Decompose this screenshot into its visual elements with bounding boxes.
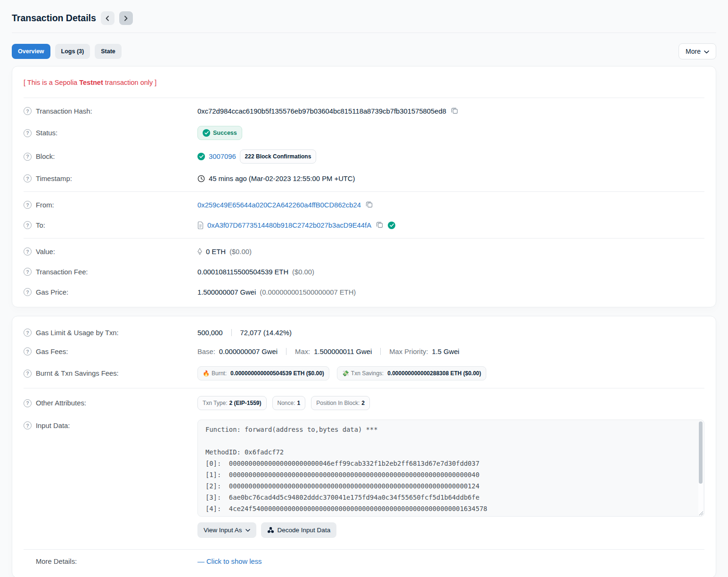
tabs-row: Overview Logs (3) State More — [12, 43, 716, 59]
input-data-container: Function: forward(address to,bytes data)… — [197, 420, 704, 517]
divider — [380, 348, 381, 355]
from-row: From: 0x259c49E65644a020C2A642260a4ffB0C… — [24, 195, 704, 215]
burnt-savings-label: Burnt & Txn Savings Fees: — [36, 370, 119, 377]
help-icon[interactable] — [24, 107, 32, 115]
max-fee-value: 1.500000011 Gwei — [314, 348, 372, 355]
status-badge-label: Success — [213, 130, 237, 136]
testnet-notice: [ This is a Sepolia Testnet transaction … — [24, 71, 704, 95]
max-fee-label: Max: — [295, 348, 310, 355]
transaction-hash-value: 0xc72d984ccac6190b5f135576eb97b03604bc81… — [197, 107, 446, 115]
chevron-right-icon — [123, 16, 128, 21]
base-fee-label: Base: — [197, 348, 215, 355]
circle-nodes-icon — [267, 527, 274, 534]
transaction-fee-label: Transaction Fee: — [36, 268, 88, 276]
transaction-fee-usd: ($0.00) — [292, 268, 314, 276]
burnt-savings-row: Burnt & Txn Savings Fees: 🔥 Burnt: 0.000… — [24, 362, 704, 385]
divider — [24, 191, 704, 192]
value-row: Value: 0 ETH ($0.00) — [24, 241, 704, 262]
timestamp-value: 45 mins ago (Mar-02-2023 12:55:00 PM +UT… — [209, 175, 355, 182]
value-label: Value: — [36, 248, 55, 256]
verified-contract-check-icon — [388, 222, 395, 229]
gas-price-label: Gas Price: — [36, 288, 68, 296]
eth-diamond-icon — [197, 248, 202, 256]
divider — [24, 238, 704, 239]
decode-input-data-label: Decode Input Data — [278, 527, 331, 534]
help-icon[interactable] — [24, 268, 32, 276]
next-transaction-button[interactable] — [119, 11, 133, 25]
help-icon[interactable] — [24, 288, 32, 296]
value-usd: ($0.00) — [229, 248, 252, 256]
more-details-label: More Details: — [36, 558, 77, 565]
txn-savings-label: Txn Savings: — [351, 370, 384, 377]
burnt-value: 0.000000000000504539 ETH ($0.00) — [230, 370, 324, 377]
help-icon[interactable] — [24, 247, 32, 256]
tab-overview[interactable]: Overview — [12, 44, 50, 59]
gas-limit-label: Gas Limit & Usage by Txn: — [36, 329, 119, 337]
help-icon[interactable] — [24, 129, 32, 137]
page-header: Transaction Details — [12, 7, 716, 33]
input-data-line: Function: forward(address to,bytes data)… — [205, 424, 692, 435]
more-button[interactable]: More — [679, 43, 716, 59]
help-icon[interactable] — [24, 421, 32, 429]
block-number-link[interactable]: 3007096 — [209, 153, 236, 160]
help-icon[interactable] — [24, 370, 32, 378]
nonce-value: 1 — [297, 400, 301, 406]
txn-savings-badge: 💸 Txn Savings: 0.000000000000288308 ETH … — [337, 366, 486, 380]
previous-transaction-button[interactable] — [101, 11, 115, 25]
tab-logs[interactable]: Logs (3) — [55, 44, 90, 59]
other-attributes-label: Other Attributes: — [36, 399, 86, 407]
position-in-block-badge: Position In Block:2 — [311, 396, 370, 410]
tab-state[interactable]: State — [95, 44, 122, 59]
copy-to-address-button[interactable] — [375, 221, 384, 230]
decode-input-data-button[interactable]: Decode Input Data — [261, 522, 337, 538]
block-label: Block: — [36, 153, 55, 160]
show-less-link[interactable]: — Click to show less — [197, 558, 262, 565]
input-data-textarea[interactable]: Function: forward(address to,bytes data)… — [197, 420, 704, 517]
help-icon[interactable] — [24, 329, 32, 337]
copy-from-address-button[interactable] — [365, 201, 374, 209]
more-details-row: More Details: — Click to show less — [24, 552, 704, 573]
money-wings-icon: 💸 — [342, 370, 349, 377]
chevron-down-icon — [704, 48, 709, 55]
input-data-line: [3]: 6ae0bc76cad4d5c94802dddc370041e175f… — [205, 492, 692, 503]
to-label: To: — [36, 222, 45, 229]
transaction-fee-amount: 0.000108115500504539 ETH — [197, 268, 288, 276]
input-data-buttons: View Input As Decode Input Data — [197, 522, 704, 538]
scrollbar-thumb[interactable] — [699, 421, 703, 484]
input-data-line: MethodID: 0x6fadcf72 — [205, 446, 692, 458]
input-data-line: [5]: 5d200000000000000000000000000000000… — [205, 514, 692, 517]
value-amount: 0 ETH — [206, 248, 226, 256]
help-icon[interactable] — [24, 347, 32, 355]
view-input-as-button[interactable]: View Input As — [197, 522, 256, 538]
help-icon[interactable] — [24, 399, 32, 407]
input-data-line — [205, 435, 692, 446]
max-priority-fee-value: 1.5 Gwei — [432, 348, 459, 355]
testnet-notice-prefix: [ This is a Sepolia — [24, 79, 79, 86]
nonce-label: Nonce: — [278, 400, 295, 406]
page-title: Transaction Details — [12, 13, 96, 24]
block-finalized-check-icon — [197, 153, 205, 160]
copy-transaction-hash-button[interactable] — [450, 107, 459, 115]
tab-list: Overview Logs (3) State — [12, 44, 679, 59]
block-row: Block: 3007096 222 Block Confirmations — [24, 145, 704, 168]
help-icon[interactable] — [24, 153, 32, 161]
to-row: To: 0xA3f07D6773514480b918C2742b027b3acD… — [24, 215, 704, 235]
copy-icon — [376, 221, 383, 230]
help-icon[interactable] — [24, 221, 32, 229]
input-data-label: Input Data: — [36, 422, 70, 429]
base-fee-value: 0.000000007 Gwei — [219, 348, 278, 355]
help-icon[interactable] — [24, 174, 32, 182]
status-label: Status: — [36, 129, 57, 137]
transaction-details-page: Transaction Details Overview Logs (3) St… — [0, 0, 728, 577]
clock-icon — [197, 175, 205, 182]
input-data-scrollbar[interactable] — [698, 421, 703, 515]
to-address-link[interactable]: 0xA3f07D6773514480b918C2742b027b3acD9E44… — [207, 222, 371, 229]
help-icon[interactable] — [24, 201, 32, 209]
more-button-label: More — [686, 48, 701, 55]
input-data-row: Input Data: Function: forward(address to… — [24, 415, 704, 543]
txn-savings-value: 0.000000000000288308 ETH ($0.00) — [387, 370, 481, 377]
input-data-line: [4]: 4ce24f54000000000000000000000000000… — [205, 503, 692, 514]
divider — [24, 549, 704, 550]
gas-price-row: Gas Price: 1.500000007 Gwei (0.000000001… — [24, 282, 704, 302]
from-address-link[interactable]: 0x259c49E65644a020C2A642260a4ffB0CD862cb… — [197, 201, 361, 209]
